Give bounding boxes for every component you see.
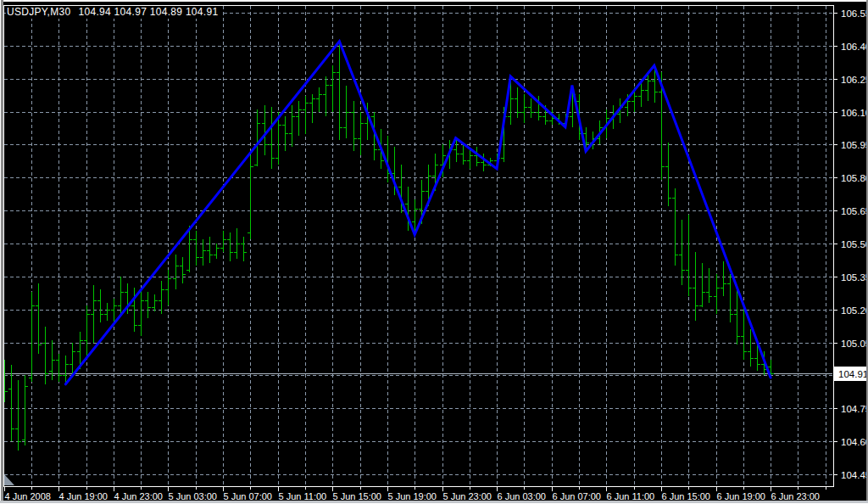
current-price-label: 104.91 <box>838 369 868 379</box>
price-tick-label: 106.40 <box>841 42 868 52</box>
price-chart-canvas[interactable]: 106.55106.40106.25106.10105.95105.80105.… <box>0 0 868 504</box>
price-tick-label: 105.95 <box>841 140 868 150</box>
price-tick-label: 105.65 <box>841 206 868 216</box>
price-tick-label: 105.35 <box>841 272 868 283</box>
price-tick-label: 105.80 <box>841 173 868 183</box>
price-tick-label: 104.45 <box>841 470 868 480</box>
price-tick-label: 104.75 <box>841 404 868 414</box>
price-tick-label: 105.20 <box>841 305 868 316</box>
ohlc-readout: 104.94 104.97 104.89 104.91 <box>78 6 218 18</box>
window-top-edge <box>0 0 868 2</box>
price-tick-label: 106.25 <box>841 75 868 85</box>
chart-background <box>0 0 868 504</box>
mt4-chart-window: 106.55106.40106.25106.10105.95105.80105.… <box>0 0 868 504</box>
window-bottom-edge <box>0 501 868 504</box>
price-tick-label: 106.10 <box>841 108 868 118</box>
window-left-edge <box>0 0 3 504</box>
price-tick-label: 105.50 <box>841 239 868 249</box>
price-tick-label: 104.60 <box>841 437 868 447</box>
current-price-box: 104.91 <box>834 367 868 381</box>
price-tick-label: 105.05 <box>841 339 868 349</box>
chart-ohlc-overlay: USDJPY,M30104.94 104.97 104.89 104.91 <box>6 6 223 19</box>
symbol-period-label: USDJPY,M30 <box>7 6 70 18</box>
price-tick-label: 106.55 <box>841 8 868 19</box>
